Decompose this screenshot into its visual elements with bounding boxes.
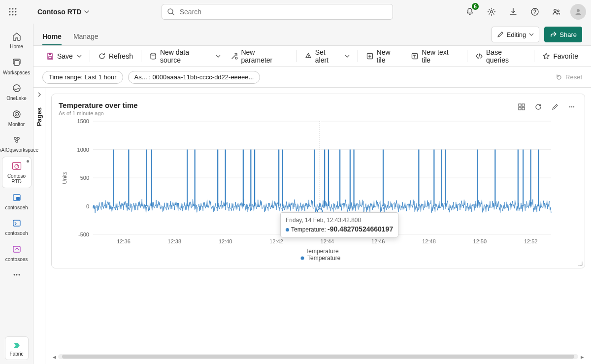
base-queries-button[interactable]: Base queries bbox=[471, 48, 530, 64]
eventstream-icon bbox=[12, 244, 22, 254]
scroll-left-icon[interactable]: ◂ bbox=[51, 354, 57, 360]
rail-home[interactable]: Home bbox=[2, 28, 31, 53]
new-data-source-button[interactable]: New data source bbox=[145, 48, 225, 64]
svg-point-6 bbox=[9, 14, 11, 16]
svg-text:12:44: 12:44 bbox=[321, 238, 334, 244]
chevron-down-icon bbox=[529, 32, 534, 37]
tile-more-button[interactable] bbox=[566, 101, 578, 113]
help-button[interactable] bbox=[527, 4, 543, 20]
account-avatar[interactable] bbox=[570, 4, 586, 20]
svg-point-24 bbox=[15, 140, 17, 142]
time-range-filter[interactable]: Time range: Last 1 hour bbox=[42, 71, 123, 84]
svg-point-46 bbox=[571, 106, 572, 107]
svg-point-15 bbox=[577, 9, 580, 12]
feedback-button[interactable] bbox=[549, 4, 564, 20]
rail-contosoeh-2[interactable]: contosoeh bbox=[2, 214, 31, 239]
help-icon bbox=[530, 7, 539, 16]
rail-workspaces[interactable]: Workspaces bbox=[2, 54, 31, 79]
tile-explore-button[interactable] bbox=[516, 101, 527, 113]
svg-point-2 bbox=[15, 8, 17, 10]
svg-point-23 bbox=[17, 137, 19, 139]
rail-monitor[interactable]: Monitor bbox=[2, 105, 31, 131]
notification-badge: 6 bbox=[472, 3, 479, 10]
svg-rect-42 bbox=[522, 104, 525, 106]
rail-myworkspace[interactable]: myAIOqsworkspace bbox=[2, 131, 31, 156]
tab-home[interactable]: Home bbox=[42, 28, 62, 45]
share-button[interactable]: Share bbox=[544, 27, 582, 42]
people-icon bbox=[552, 7, 561, 16]
tab-manage[interactable]: Manage bbox=[73, 28, 98, 45]
eventhouse-icon bbox=[12, 193, 22, 202]
svg-text:12:52: 12:52 bbox=[524, 238, 538, 244]
svg-point-31 bbox=[13, 274, 15, 276]
svg-text:Units: Units bbox=[62, 171, 67, 184]
new-parameter-button[interactable]: New parameter bbox=[227, 48, 292, 64]
rail-more[interactable] bbox=[2, 266, 31, 284]
pencil-icon bbox=[551, 103, 559, 111]
svg-rect-43 bbox=[519, 107, 521, 110]
svg-point-18 bbox=[13, 85, 20, 92]
chart-area[interactable]: -500050010001500Units12:3612:3812:4012:4… bbox=[59, 116, 578, 264]
rail-contosoeh-1[interactable]: contosoeh bbox=[2, 189, 31, 214]
download-button[interactable] bbox=[505, 4, 521, 20]
editing-mode-button[interactable]: Editing bbox=[492, 27, 540, 42]
search-box[interactable] bbox=[162, 4, 393, 20]
refresh-button[interactable]: Refresh bbox=[94, 48, 137, 64]
asset-filter[interactable]: As... : 0000aaaa-11bb-cccc-dd22-eeeee... bbox=[128, 71, 261, 84]
grid-icon bbox=[518, 103, 525, 111]
pages-panel-toggle[interactable]: Pages bbox=[33, 88, 45, 364]
pencil-icon bbox=[497, 31, 504, 38]
gear-icon bbox=[487, 7, 496, 16]
svg-text:12:46: 12:46 bbox=[371, 238, 385, 244]
reset-filters-button[interactable]: Reset bbox=[556, 73, 582, 81]
app-launcher[interactable] bbox=[5, 4, 21, 20]
svg-rect-30 bbox=[13, 246, 20, 252]
workspace-switcher[interactable]: Contoso RTD bbox=[34, 6, 92, 18]
tile-subtitle: As of 1 minute ago bbox=[59, 110, 138, 116]
svg-text:12:42: 12:42 bbox=[269, 238, 283, 244]
rail-onelake[interactable]: OneLake bbox=[2, 79, 31, 104]
svg-point-9 bbox=[168, 9, 173, 14]
favorite-button[interactable]: Favorite bbox=[538, 48, 582, 64]
svg-point-36 bbox=[151, 53, 156, 55]
svg-point-38 bbox=[308, 57, 308, 58]
chevron-down-icon bbox=[77, 54, 82, 59]
svg-point-4 bbox=[12, 11, 14, 13]
alert-icon bbox=[304, 52, 312, 60]
notifications-button[interactable]: 6 bbox=[462, 4, 478, 20]
rail-contoso-rtd[interactable]: Contoso RTD bbox=[2, 157, 31, 188]
temperature-chart: -500050010001500Units12:3612:3812:4012:4… bbox=[59, 116, 556, 264]
download-icon bbox=[509, 7, 518, 16]
database-icon bbox=[149, 52, 157, 60]
tile-edit-button[interactable] bbox=[549, 101, 561, 113]
new-tile-button[interactable]: New tile bbox=[362, 48, 405, 64]
more-icon bbox=[12, 270, 22, 280]
svg-point-37 bbox=[235, 57, 237, 59]
unsaved-dot-icon bbox=[27, 160, 29, 163]
svg-point-3 bbox=[9, 11, 11, 13]
resize-handle[interactable] bbox=[578, 261, 583, 266]
new-text-tile-button[interactable]: New text tile bbox=[407, 48, 463, 64]
horizontal-scrollbar[interactable]: ◂ ▸ bbox=[51, 353, 585, 360]
set-alert-button[interactable]: Set alert bbox=[300, 48, 354, 64]
svg-point-14 bbox=[558, 10, 559, 12]
svg-text:-500: -500 bbox=[78, 232, 89, 237]
reset-icon bbox=[556, 74, 562, 81]
svg-text:Temperature: Temperature bbox=[307, 255, 341, 262]
save-button[interactable]: Save bbox=[42, 48, 86, 64]
refresh-icon bbox=[98, 52, 106, 60]
tile-refresh-button[interactable] bbox=[532, 101, 544, 113]
svg-rect-34 bbox=[49, 57, 52, 59]
rail-contosoes[interactable]: contosoes bbox=[2, 240, 31, 265]
svg-rect-29 bbox=[13, 220, 20, 226]
fabric-switcher[interactable]: Fabric bbox=[5, 336, 29, 360]
settings-button[interactable] bbox=[484, 4, 499, 20]
svg-text:12:48: 12:48 bbox=[422, 238, 436, 244]
svg-point-10 bbox=[491, 11, 493, 13]
scroll-right-icon[interactable]: ▸ bbox=[579, 354, 585, 360]
workspaces-icon bbox=[12, 58, 22, 67]
svg-text:0: 0 bbox=[86, 203, 89, 209]
search-input[interactable] bbox=[179, 7, 388, 16]
refresh-icon bbox=[534, 103, 542, 111]
svg-point-12 bbox=[534, 13, 535, 14]
